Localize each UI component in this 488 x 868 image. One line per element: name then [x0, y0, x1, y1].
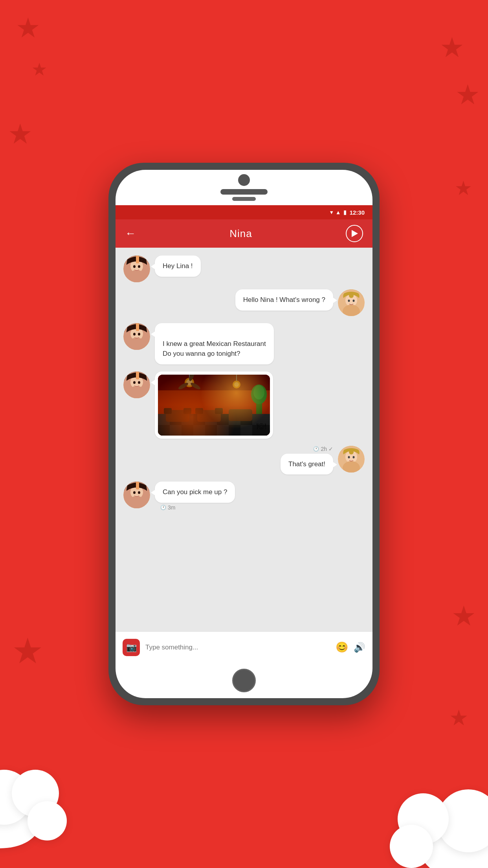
svg-point-16 [138, 333, 140, 336]
check-icon-5: ✓ [328, 446, 333, 452]
signal-icon: ▲ [336, 209, 341, 215]
svg-point-9 [348, 300, 350, 302]
svg-rect-45 [252, 414, 270, 425]
table-row [123, 371, 365, 439]
svg-point-64 [253, 385, 264, 399]
svg-rect-54 [252, 425, 270, 436]
message-text-3: I knew a great Mexican Restaurant Do you… [163, 340, 266, 358]
input-actions: 😊 🔊 [336, 641, 365, 653]
avatar-nina-3 [123, 371, 150, 398]
svg-rect-44 [240, 414, 252, 425]
bg-star-5: ★ [455, 177, 472, 200]
svg-rect-49 [193, 425, 205, 436]
message-text-2: Hello Nina ! What's wrong ? [243, 296, 325, 303]
svg-point-3 [133, 265, 136, 268]
status-icons: ▾ ▲ ▮ [330, 209, 347, 216]
svg-point-29 [233, 381, 240, 388]
timestamp-row-5: 🕐 2h ✓ [313, 446, 333, 452]
svg-point-30 [234, 382, 239, 387]
svg-point-32 [178, 381, 189, 390]
message-text-5: That's great! [288, 460, 325, 468]
bg-star-10: ★ [31, 59, 47, 80]
avatar-nina-1 [123, 256, 150, 282]
bg-star-6: ★ [451, 600, 476, 632]
svg-rect-46 [158, 425, 170, 436]
message-text-1: Hey Lina ! [163, 262, 193, 270]
svg-rect-58 [164, 408, 172, 414]
phone-camera [238, 174, 250, 186]
svg-rect-59 [183, 408, 191, 414]
svg-rect-5 [136, 256, 139, 263]
svg-point-63 [251, 384, 267, 404]
bg-star-4: ★ [8, 118, 33, 150]
phone-inner: ▾ ▲ ▮ 12:30 ← Nina [116, 170, 372, 698]
status-time: 12:30 [350, 209, 365, 216]
status-bar: ▾ ▲ ▮ 12:30 [116, 205, 372, 219]
svg-rect-66 [158, 375, 270, 436]
bg-star-9: ★ [24, 776, 39, 797]
voice-button[interactable]: 🔊 [354, 642, 365, 653]
svg-rect-62 [256, 394, 262, 414]
svg-point-22 [138, 381, 140, 384]
header-title: Nina [229, 228, 252, 240]
camera-button[interactable]: 📷 [123, 639, 140, 656]
bg-star-2: ★ [440, 31, 464, 64]
svg-point-34 [188, 375, 196, 382]
svg-point-26 [185, 378, 194, 387]
phone-frame: ▾ ▲ ▮ 12:30 ← Nina [108, 163, 380, 705]
table-row: I knew a great Mexican Restaurant Do you… [123, 323, 365, 364]
svg-rect-65 [158, 375, 270, 436]
bg-star-3: ★ [455, 79, 480, 111]
message-input[interactable] [145, 644, 330, 651]
bg-star-1: ★ [16, 12, 40, 44]
timestamp-value-5: 2h [321, 446, 327, 452]
camera-icon: 📷 [126, 642, 137, 653]
table-row: Hello Nina ! What's wrong ? [123, 289, 365, 316]
svg-rect-24 [158, 375, 270, 436]
svg-point-70 [348, 456, 350, 458]
message-bubble-5: That's great! [281, 454, 333, 475]
table-row: Can you pick me up ? 🕐 3m [123, 482, 365, 511]
timestamp-value-6: 3m [168, 504, 175, 511]
svg-rect-47 [170, 425, 182, 436]
message-bubble-1: Hey Lina ! [155, 256, 201, 277]
svg-point-71 [353, 456, 355, 458]
svg-rect-43 [229, 414, 240, 425]
svg-rect-25 [158, 375, 270, 390]
avatar-lina-1 [338, 289, 365, 316]
svg-rect-57 [229, 409, 252, 421]
screen: ▾ ▲ ▮ 12:30 ← Nina [116, 205, 372, 663]
svg-rect-52 [229, 425, 240, 436]
timestamp-5: 🕐 2h ✓ [313, 446, 333, 452]
bg-star-7: ★ [12, 630, 44, 671]
svg-rect-53 [240, 425, 252, 436]
phone-top [116, 170, 372, 205]
svg-rect-41 [205, 414, 217, 425]
svg-rect-35 [158, 390, 270, 436]
back-button[interactable]: ← [125, 227, 136, 240]
svg-point-77 [138, 491, 140, 494]
message-with-timestamp-5: 🕐 2h ✓ That's great! [281, 446, 333, 475]
svg-rect-37 [158, 414, 170, 425]
svg-rect-38 [170, 414, 182, 425]
svg-rect-48 [182, 425, 193, 436]
svg-point-10 [353, 300, 355, 302]
emoji-button[interactable]: 😊 [336, 641, 348, 653]
avatar-nina-4 [123, 482, 150, 508]
svg-rect-42 [217, 414, 229, 425]
svg-rect-23 [136, 371, 139, 379]
play-button[interactable] [346, 225, 363, 242]
timestamp-row-6: 🕐 3m [155, 504, 235, 511]
svg-point-72 [349, 450, 354, 454]
svg-rect-78 [136, 482, 139, 489]
message-text-6: Can you pick me up ? [163, 488, 227, 496]
svg-rect-55 [166, 410, 189, 422]
svg-point-15 [133, 333, 136, 336]
home-button[interactable] [232, 669, 256, 692]
message-bubble-6: Can you pick me up ? [155, 482, 235, 503]
avatar-lina-2 [338, 446, 365, 473]
svg-rect-50 [205, 425, 217, 436]
wifi-icon: ▾ [330, 209, 333, 216]
svg-rect-40 [193, 414, 205, 425]
svg-point-4 [138, 265, 140, 268]
